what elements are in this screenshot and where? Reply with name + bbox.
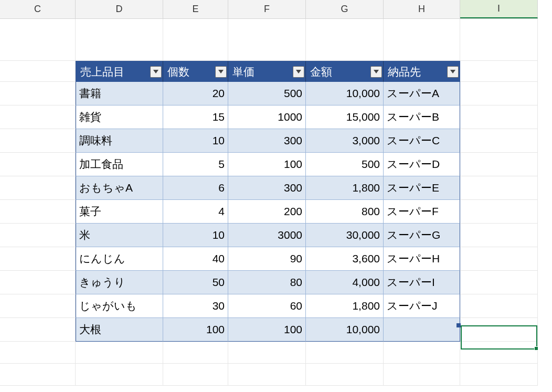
- cell[interactable]: [460, 61, 538, 82]
- cell[interactable]: [0, 153, 76, 176]
- cell-qty[interactable]: 100: [163, 318, 228, 342]
- cell-unit[interactable]: 500: [228, 82, 306, 105]
- cell-amount[interactable]: 15,000: [306, 105, 384, 129]
- col-header-d[interactable]: D: [76, 0, 163, 18]
- cell[interactable]: [0, 224, 76, 247]
- cell-qty[interactable]: 40: [163, 247, 228, 271]
- cell[interactable]: [0, 342, 76, 364]
- cell[interactable]: [228, 19, 306, 61]
- table-header-amount[interactable]: 金額: [306, 61, 384, 82]
- cell[interactable]: [163, 19, 228, 61]
- col-header-i[interactable]: I: [460, 0, 538, 18]
- cell-dest[interactable]: スーパーA: [384, 82, 460, 105]
- cell[interactable]: [228, 364, 306, 386]
- col-header-c[interactable]: C: [0, 0, 76, 18]
- cell[interactable]: [76, 364, 163, 386]
- cell[interactable]: [460, 19, 538, 61]
- cell-amount[interactable]: 500: [306, 153, 384, 176]
- cell-item[interactable]: じゃがいも: [76, 294, 163, 318]
- cell-amount[interactable]: 10,000: [306, 318, 384, 342]
- cell[interactable]: [163, 342, 228, 364]
- cell-dest[interactable]: [384, 318, 460, 342]
- cell[interactable]: [0, 176, 76, 200]
- cell-unit[interactable]: 90: [228, 247, 306, 271]
- cell[interactable]: [460, 105, 538, 129]
- table-resize-handle[interactable]: [457, 323, 461, 327]
- table-header-dest[interactable]: 納品先: [384, 61, 460, 82]
- cell-unit[interactable]: 300: [228, 129, 306, 153]
- cell[interactable]: [0, 19, 76, 61]
- filter-button[interactable]: [215, 66, 227, 78]
- cell[interactable]: [460, 82, 538, 105]
- cell[interactable]: [0, 82, 76, 105]
- cell-qty[interactable]: 20: [163, 82, 228, 105]
- cell[interactable]: [306, 19, 384, 61]
- cell[interactable]: [460, 247, 538, 271]
- cell-amount[interactable]: 800: [306, 200, 384, 224]
- col-header-e[interactable]: E: [163, 0, 228, 18]
- cell[interactable]: [306, 364, 384, 386]
- cell[interactable]: [460, 364, 538, 386]
- cell-dest[interactable]: スーパーC: [384, 129, 460, 153]
- table-header-item[interactable]: 売上品目: [76, 61, 163, 82]
- cell-item[interactable]: 菓子: [76, 200, 163, 224]
- cell[interactable]: [0, 200, 76, 224]
- cell-item[interactable]: 米: [76, 224, 163, 247]
- cell[interactable]: [460, 153, 538, 176]
- cell-amount[interactable]: 10,000: [306, 82, 384, 105]
- cell[interactable]: [0, 61, 76, 82]
- cell[interactable]: [228, 342, 306, 364]
- cell[interactable]: [460, 200, 538, 224]
- cell-unit[interactable]: 100: [228, 318, 306, 342]
- cell[interactable]: [460, 294, 538, 318]
- cell-item[interactable]: おもちゃA: [76, 176, 163, 200]
- cell-item[interactable]: 調味料: [76, 129, 163, 153]
- cell[interactable]: [0, 247, 76, 271]
- cell[interactable]: [76, 342, 163, 364]
- cell[interactable]: [384, 19, 460, 61]
- cell[interactable]: [76, 19, 163, 61]
- col-header-f[interactable]: F: [228, 0, 306, 18]
- cell[interactable]: [460, 176, 538, 200]
- filter-button[interactable]: [150, 66, 162, 78]
- col-header-h[interactable]: H: [384, 0, 460, 18]
- cell[interactable]: [306, 342, 384, 364]
- cell-item[interactable]: 大根: [76, 318, 163, 342]
- filter-button[interactable]: [293, 66, 304, 78]
- table-header-qty[interactable]: 個数: [163, 61, 228, 82]
- cell-item[interactable]: 加工食品: [76, 153, 163, 176]
- cell[interactable]: [0, 271, 76, 294]
- cell-amount[interactable]: 3,600: [306, 247, 384, 271]
- cell[interactable]: [0, 129, 76, 153]
- cell-qty[interactable]: 15: [163, 105, 228, 129]
- cell-dest[interactable]: スーパーB: [384, 105, 460, 129]
- cell[interactable]: [460, 129, 538, 153]
- cell-dest[interactable]: スーパーI: [384, 271, 460, 294]
- cell-dest[interactable]: スーパーD: [384, 153, 460, 176]
- cell[interactable]: [384, 342, 460, 364]
- cell-unit[interactable]: 100: [228, 153, 306, 176]
- cell-dest[interactable]: スーパーH: [384, 247, 460, 271]
- cell-amount[interactable]: 1,800: [306, 294, 384, 318]
- cell[interactable]: [460, 271, 538, 294]
- cell-amount[interactable]: 1,800: [306, 176, 384, 200]
- cell[interactable]: [0, 294, 76, 318]
- cell[interactable]: [0, 318, 76, 342]
- cell-qty[interactable]: 10: [163, 224, 228, 247]
- cell-unit[interactable]: 300: [228, 176, 306, 200]
- cell-unit[interactable]: 80: [228, 271, 306, 294]
- cell-amount[interactable]: 30,000: [306, 224, 384, 247]
- cell-unit[interactable]: 200: [228, 200, 306, 224]
- table-header-unit[interactable]: 単価: [228, 61, 306, 82]
- cell-item[interactable]: きゅうり: [76, 271, 163, 294]
- cell-dest[interactable]: スーパーJ: [384, 294, 460, 318]
- cell-item[interactable]: 雑貨: [76, 105, 163, 129]
- cell-item[interactable]: にんじん: [76, 247, 163, 271]
- cell-item[interactable]: 書籍: [76, 82, 163, 105]
- filter-button[interactable]: [370, 66, 382, 78]
- filter-button[interactable]: [447, 66, 459, 78]
- cell[interactable]: [460, 318, 538, 342]
- cell[interactable]: [163, 364, 228, 386]
- cell-dest[interactable]: スーパーE: [384, 176, 460, 200]
- cell[interactable]: [460, 224, 538, 247]
